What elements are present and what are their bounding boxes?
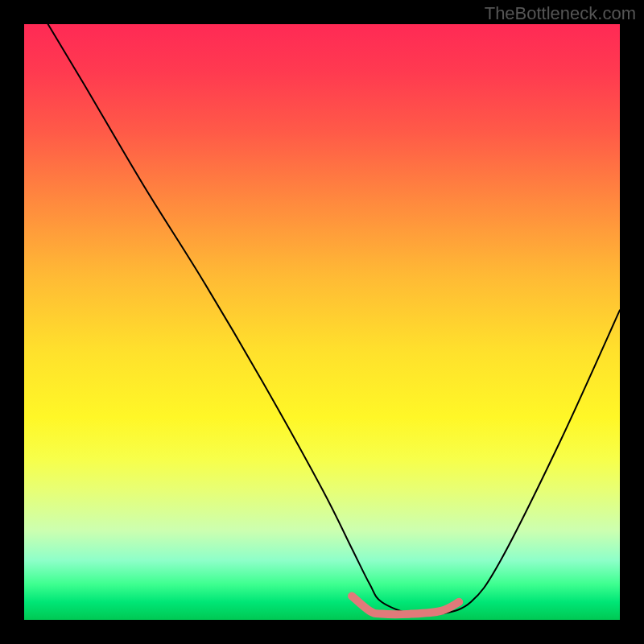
bottleneck-curve — [48, 24, 620, 615]
watermark-text: TheBottleneck.com — [485, 3, 636, 24]
chart-plot-area — [24, 24, 620, 620]
bottom-marker-band — [352, 596, 459, 614]
chart-svg — [24, 24, 620, 620]
